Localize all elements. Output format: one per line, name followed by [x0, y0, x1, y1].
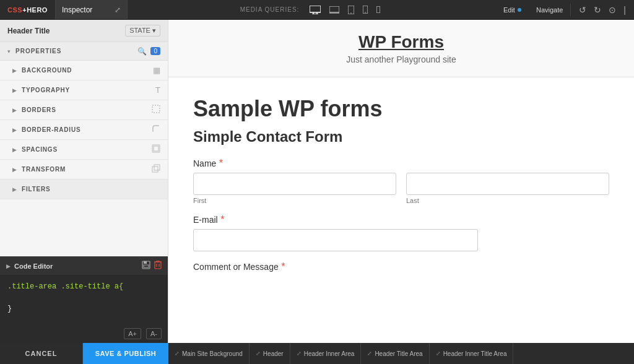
- code-content[interactable]: .title-area .site-title a{ }: [0, 275, 168, 324]
- borders-arrow: ▶: [12, 107, 17, 113]
- breadcrumbs: ⤢ Main Site Background ⤢ Header ⤢ Header…: [168, 343, 634, 364]
- filters-arrow: ▶: [12, 186, 17, 193]
- background-property[interactable]: ▶ BACKGROUND ▦: [0, 61, 168, 80]
- mq-laptop-btn[interactable]: [326, 4, 342, 15]
- svg-rect-0: [310, 6, 321, 12]
- email-label: E-mail: [193, 215, 218, 225]
- undo-btn[interactable]: ↺: [576, 4, 589, 16]
- background-label: BACKGROUND: [22, 67, 153, 74]
- logo: CSS+HERO: [7, 6, 48, 14]
- font-increase-btn[interactable]: A+: [124, 328, 141, 339]
- history-btn[interactable]: ⊙: [606, 4, 619, 16]
- borders-property[interactable]: ▶ BORDERS: [0, 100, 168, 120]
- navigate-mode-btn[interactable]: Navigate: [529, 0, 570, 20]
- media-queries-area: MEDIA QUERIES:: [128, 4, 496, 16]
- transform-icon: [152, 164, 160, 175]
- code-editor-save-btn[interactable]: [142, 261, 150, 271]
- breadcrumb-title-text: Header Title Area: [375, 350, 422, 357]
- code-editor-arrow: ▶: [6, 263, 11, 269]
- typography-property[interactable]: ▶ TYPOGRAPHY T: [0, 80, 168, 100]
- edit-label: Edit: [503, 6, 515, 14]
- typography-label: TYPOGRAPHY: [22, 87, 155, 93]
- code-editor-delete-btn[interactable]: [154, 261, 162, 271]
- breadcrumb-header-title[interactable]: ⤢ Header Title Area: [361, 343, 429, 364]
- breadcrumb-main-site[interactable]: ⤢ Main Site Background: [168, 343, 250, 364]
- breadcrumb-header[interactable]: ⤢ Header: [250, 343, 290, 364]
- properties-header: ▾ PROPERTIES 🔍 0: [0, 42, 168, 61]
- property-list: ▶ BACKGROUND ▦ ▶ TYPOGRAPHY T ▶ BORDERS …: [0, 61, 168, 256]
- last-name-field: Last: [406, 173, 609, 204]
- svg-rect-11: [152, 105, 160, 113]
- name-required: *: [219, 158, 223, 168]
- first-name-field: First: [193, 173, 396, 204]
- inspector-label-text: Inspector: [62, 6, 92, 14]
- last-name-sublabel: Last: [406, 197, 609, 204]
- panel-header: Header Title STATE ▾: [0, 20, 168, 42]
- comment-required: *: [281, 261, 285, 272]
- breadcrumb-header-inner-title[interactable]: ⤢ Header Inner Title Area: [430, 343, 514, 364]
- save-publish-button[interactable]: SAVE & PUBLISH: [83, 343, 168, 364]
- border-radius-arrow: ▶: [12, 127, 17, 133]
- comment-label: Comment or Message: [193, 262, 279, 272]
- properties-search-btn[interactable]: 🔍: [137, 47, 147, 56]
- breadcrumb-inner-expand: ⤢: [297, 350, 302, 357]
- breadcrumb-inner-text: Header Inner Area: [304, 350, 355, 357]
- first-name-input[interactable]: [193, 173, 396, 195]
- svg-rect-4: [329, 6, 339, 12]
- svg-rect-14: [154, 165, 160, 170]
- site-title[interactable]: WP Forms: [193, 32, 609, 52]
- comment-field-group: Comment or Message *: [193, 261, 609, 272]
- mq-desktop-btn[interactable]: [306, 4, 324, 16]
- code-closing-brace: }: [7, 305, 12, 313]
- mq-mobile-btn[interactable]: [360, 4, 371, 15]
- typography-icon: T: [155, 85, 160, 95]
- state-dropdown-btn[interactable]: STATE ▾: [125, 25, 160, 37]
- site-tagline: Just another Playground site: [193, 54, 609, 64]
- spacings-property[interactable]: ▶ SPACINGS: [0, 140, 168, 160]
- transform-property[interactable]: ▶ TRANSFORM: [0, 160, 168, 180]
- breadcrumb-main-site-expand: ⤢: [175, 350, 180, 357]
- email-input[interactable]: [193, 229, 478, 251]
- breadcrumb-main-site-text: Main Site Background: [182, 350, 243, 357]
- inspector-tab[interactable]: Inspector ⤢: [56, 0, 128, 19]
- breadcrumb-inner-title-text: Header Inner Title Area: [443, 350, 507, 357]
- email-field-group: E-mail *: [193, 214, 609, 251]
- breadcrumb-title-expand: ⤢: [367, 350, 372, 357]
- expand-icon: ⤢: [115, 6, 121, 14]
- site-content: Sample WP forms Simple Contact Form Name…: [168, 77, 634, 301]
- page-title: Sample WP forms: [193, 96, 609, 122]
- border-radius-label: BORDER-RADIUS: [22, 126, 152, 133]
- mq-small-btn[interactable]: [373, 4, 383, 15]
- code-editor-header: ▶ Code Editor: [0, 256, 168, 275]
- redo-btn[interactable]: ↻: [591, 4, 604, 16]
- first-name-sublabel: First: [193, 197, 396, 204]
- last-name-input[interactable]: [406, 173, 609, 195]
- properties-badge: 0: [150, 47, 160, 55]
- svg-point-7: [351, 12, 352, 14]
- main-area: Header Title STATE ▾ ▾ PROPERTIES 🔍 0 ▶ …: [0, 20, 634, 343]
- svg-point-9: [365, 12, 367, 13]
- borders-label: BORDERS: [22, 106, 152, 113]
- breadcrumb-header-inner[interactable]: ⤢ Header Inner Area: [290, 343, 362, 364]
- toolbar-actions: ↺ ↻ ⊙ |: [570, 4, 634, 16]
- more-btn[interactable]: |: [620, 4, 629, 16]
- border-radius-property[interactable]: ▶ BORDER-RADIUS: [0, 120, 168, 140]
- mq-tablet-btn[interactable]: [345, 4, 357, 16]
- form-section-title: Simple Contact Form: [193, 128, 609, 145]
- breadcrumb-header-text: Header: [263, 350, 284, 357]
- transform-label: TRANSFORM: [22, 166, 152, 173]
- edit-mode-btn[interactable]: Edit: [496, 0, 529, 20]
- borders-icon: [152, 105, 160, 115]
- svg-rect-13: [154, 146, 158, 151]
- properties-label: PROPERTIES: [15, 48, 137, 54]
- filters-label: FILTERS: [22, 186, 160, 193]
- font-decrease-btn[interactable]: A-: [146, 328, 162, 339]
- svg-rect-10: [376, 6, 380, 13]
- edit-active-dot: [518, 8, 521, 12]
- filters-property[interactable]: ▶ FILTERS: [0, 180, 168, 199]
- breadcrumb-header-expand: ⤢: [256, 350, 261, 357]
- cancel-button[interactable]: CANCEL: [0, 343, 83, 364]
- panel-header-title: Header Title: [7, 27, 50, 35]
- properties-collapse-arrow: ▾: [7, 48, 11, 54]
- name-field-group: Name * First Last: [193, 158, 609, 204]
